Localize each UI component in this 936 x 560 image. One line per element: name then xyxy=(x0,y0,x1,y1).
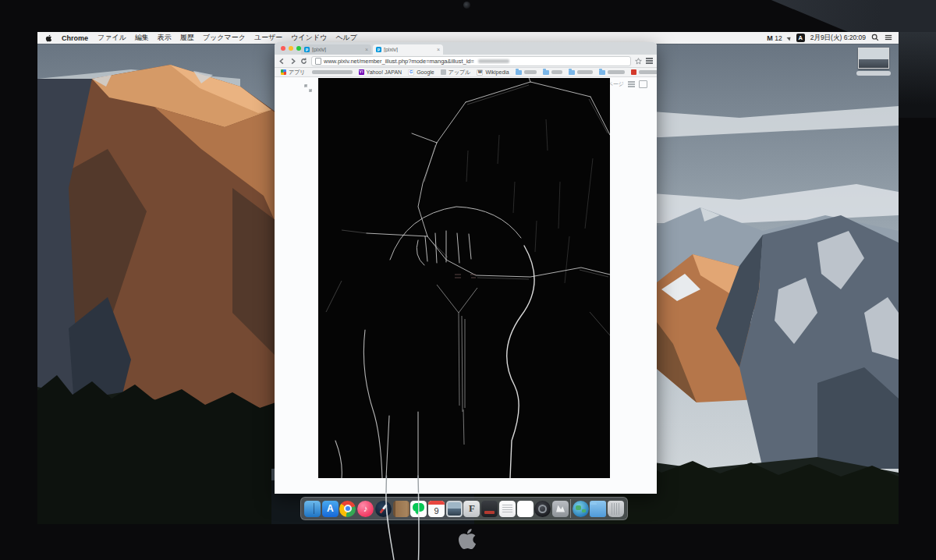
dock-icon-line[interactable] xyxy=(410,501,427,517)
dock-icon-trash[interactable] xyxy=(608,501,624,517)
folder-icon xyxy=(516,70,522,75)
desktop-file-icon[interactable] xyxy=(855,48,892,76)
tab-strip: p [pixiv] × p [pixiv] × xyxy=(275,42,657,55)
wikipedia-icon: W xyxy=(477,69,483,76)
apps-grid-icon xyxy=(281,69,286,75)
window-controls xyxy=(281,46,301,51)
folder-icon xyxy=(569,70,575,75)
pixiv-favicon: p xyxy=(304,47,310,52)
browser-toolbar: www.pixiv.net/member_illust.php?mode=man… xyxy=(275,55,657,68)
apple-site-icon xyxy=(441,69,446,75)
menu-history[interactable]: 履歴 xyxy=(180,33,194,43)
status-arrow-icon[interactable] xyxy=(786,35,792,41)
bookmarks-bar: アプリ Y! Yahoo! JAPAN G Google アップル W Wiki… xyxy=(275,68,657,77)
pixiv-page-content: 1/1ページ xyxy=(275,77,657,494)
page-icon xyxy=(315,58,321,65)
imac-display: Chrome ファイル 編集 表示 履歴 ブックマーク ユーザー ウインドウ ヘ… xyxy=(0,0,936,560)
bookmark-folder-3[interactable] xyxy=(569,70,593,75)
dock-icon-textedit[interactable] xyxy=(499,501,516,517)
red-site-icon xyxy=(631,69,636,75)
pixiv-favicon: p xyxy=(376,47,381,52)
tab-close-icon[interactable]: × xyxy=(365,47,368,52)
calendar-day: 9 xyxy=(428,505,445,517)
dock-icon-preview[interactable] xyxy=(446,501,463,517)
menu-app-name[interactable]: Chrome xyxy=(62,34,88,42)
facetime-camera-dot xyxy=(463,2,470,9)
dock-icon-f-app[interactable] xyxy=(463,501,480,517)
file-thumbnail xyxy=(858,48,889,69)
dock-icon-network-drive[interactable] xyxy=(573,501,589,517)
dock-icon-itunes[interactable] xyxy=(357,501,374,517)
url-text: www.pixiv.net/member_illust.php?mode=man… xyxy=(324,58,474,65)
bookmark-star-icon[interactable] xyxy=(635,54,642,68)
blurred-label xyxy=(312,70,353,74)
menu-view[interactable]: 表示 xyxy=(158,33,172,43)
bookmark-folder-4[interactable] xyxy=(599,70,625,75)
dock-icon-photos[interactable] xyxy=(517,501,534,517)
forward-button[interactable] xyxy=(289,58,296,65)
spotlight-search-icon[interactable] xyxy=(871,34,879,43)
expand-icon[interactable] xyxy=(304,81,312,89)
menu-edit[interactable]: 編集 xyxy=(135,33,149,43)
dock-icon-gray-app[interactable] xyxy=(552,501,569,517)
address-bar[interactable]: www.pixiv.net/member_illust.php?mode=man… xyxy=(311,56,631,66)
back-button[interactable] xyxy=(278,58,285,65)
menu-bookmarks[interactable]: ブックマーク xyxy=(203,33,246,43)
bezel-reflection-right xyxy=(899,32,936,118)
reload-button[interactable] xyxy=(300,58,307,65)
zoom-window-button[interactable] xyxy=(296,46,301,51)
bookmark-red-site[interactable] xyxy=(631,69,657,75)
chrome-menu-icon[interactable] xyxy=(646,58,653,64)
notification-center-icon[interactable] xyxy=(885,34,892,43)
bookmark-apple[interactable]: アップル xyxy=(441,69,471,76)
yahoo-icon: Y! xyxy=(359,69,364,75)
bookmark-yahoo[interactable]: Y! Yahoo! JAPAN xyxy=(359,69,402,75)
desktop-screen: Chrome ファイル 編集 表示 履歴 ブックマーク ユーザー ウインドウ ヘ… xyxy=(37,32,899,524)
dock-icon-finder[interactable] xyxy=(304,501,321,517)
dock: 9 xyxy=(300,497,628,520)
tab-title: [pixiv] xyxy=(384,47,434,52)
dock-icon-chrome[interactable] xyxy=(339,501,356,517)
dock-icon-dark-app[interactable] xyxy=(481,501,498,517)
dock-icon-app-store[interactable] xyxy=(322,501,339,517)
dock-icon-compass-browser[interactable] xyxy=(375,501,392,517)
dock-icon-calendar[interactable]: 9 xyxy=(428,501,445,517)
tab-2-active[interactable]: p [pixiv] × xyxy=(373,44,443,55)
file-label-blurred xyxy=(856,71,891,76)
tab-1[interactable]: p [pixiv] × xyxy=(301,44,371,55)
folder-icon xyxy=(543,70,549,75)
minimize-window-button[interactable] xyxy=(289,46,293,51)
menu-file[interactable]: ファイル xyxy=(98,33,126,43)
dock-icon-notebook[interactable] xyxy=(393,501,410,517)
bookmark-folder-2[interactable] xyxy=(543,70,562,75)
bookmark-apps[interactable]: アプリ xyxy=(281,69,306,76)
status-m-item[interactable]: M 12 xyxy=(767,34,782,42)
bezel-reflection xyxy=(749,0,936,34)
bookmark-folder-1[interactable] xyxy=(516,70,537,75)
apple-menu-icon[interactable] xyxy=(45,34,52,42)
google-icon: G xyxy=(408,69,414,76)
input-method-icon[interactable]: A xyxy=(796,34,805,42)
dock-icon-downloads-folder[interactable] xyxy=(590,501,606,517)
dock-divider xyxy=(570,499,571,518)
close-window-button[interactable] xyxy=(281,46,285,51)
apple-logo xyxy=(457,527,477,551)
url-id-redacted xyxy=(478,59,509,63)
dock-icon-lens-app[interactable] xyxy=(534,501,551,517)
bookmark-google[interactable]: G Google xyxy=(408,69,434,76)
manga-artwork-image[interactable] xyxy=(318,78,610,478)
folder-icon xyxy=(599,70,605,75)
tab-close-icon[interactable]: × xyxy=(437,47,440,52)
bookmark-wikipedia[interactable]: W Wikipedia xyxy=(477,69,509,76)
chrome-window: p [pixiv] × p [pixiv] × xyxy=(275,42,657,493)
bookmark-blurred[interactable] xyxy=(312,70,353,74)
thumbnail-icon[interactable] xyxy=(639,80,647,88)
tab-title: [pixiv] xyxy=(312,47,363,52)
menu-clock[interactable]: 2月9日(火) 6:20:09 xyxy=(810,34,866,43)
list-icon[interactable] xyxy=(628,81,635,87)
